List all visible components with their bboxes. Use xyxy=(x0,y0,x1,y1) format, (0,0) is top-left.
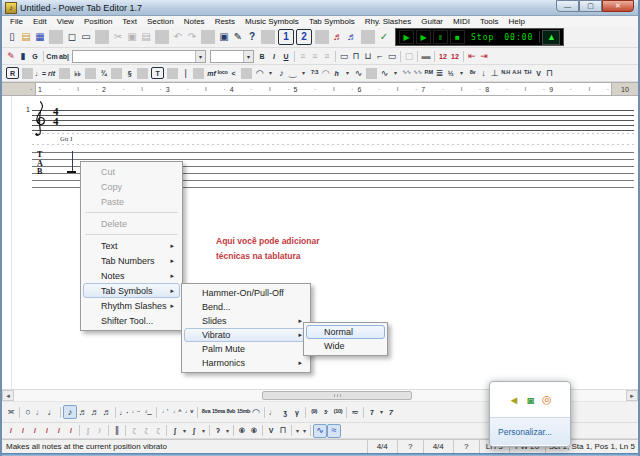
align-center-button[interactable]: ≡ xyxy=(309,50,321,62)
slash-rest-eighth-button[interactable]: ζ xyxy=(140,425,152,437)
menubar-item[interactable]: Notes xyxy=(179,17,210,26)
maximize-button[interactable]: ▢ xyxy=(579,0,602,12)
dynamic-button[interactable]: mf xyxy=(206,67,217,79)
vibrato-wide-button[interactable]: ≈ xyxy=(327,424,341,438)
menubar-item[interactable]: File xyxy=(5,17,28,26)
trill-line-button[interactable]: ≂ xyxy=(349,406,361,418)
tie-note-button[interactable]: ♪‿ xyxy=(142,406,154,418)
slash-rest-quarter-button[interactable]: ζ xyxy=(128,425,140,437)
pickstroke-down-button[interactable]: ↓ xyxy=(478,67,489,79)
slash-thirty-second-button[interactable]: / xyxy=(65,425,77,437)
arc-button[interactable]: ◠ xyxy=(320,67,331,79)
octave-15mb-button[interactable]: 15mb xyxy=(237,406,250,418)
heavy-accent-button[interactable]: ♩v xyxy=(183,406,195,418)
artificial-harmonic-button[interactable]: A.H xyxy=(511,67,522,79)
underline-button[interactable]: U xyxy=(280,50,292,62)
fretboard-bottom-button[interactable]: ⊔ xyxy=(362,50,374,62)
vibrato-normal-button[interactable]: ∿ xyxy=(313,424,327,438)
pause-button[interactable]: ‖ xyxy=(433,30,448,44)
frame-button[interactable]: ▢ xyxy=(403,50,415,62)
rest-italic-button[interactable]: 7 xyxy=(385,406,397,418)
quarter-rest-button[interactable]: ʒ xyxy=(279,406,291,418)
pickup-notes-button[interactable]: ♩ xyxy=(267,406,279,418)
help-button[interactable]: ? xyxy=(245,30,259,44)
menubar-item[interactable]: Text xyxy=(117,17,142,26)
submenu-item-bend[interactable]: Bend... xyxy=(184,300,308,314)
submenu-item-vibrato[interactable]: Vibrato ▸ xyxy=(184,328,308,342)
cut-button[interactable]: ✂ xyxy=(111,30,125,44)
bend-button[interactable]: ½ xyxy=(445,67,456,79)
tab-number-up-button[interactable]: 12 xyxy=(437,50,449,62)
slash-sixteenth-button[interactable]: / xyxy=(53,425,65,437)
octave-button[interactable]: 8v xyxy=(467,67,478,79)
slash-rest-sixteenth-button[interactable]: ζ xyxy=(152,425,164,437)
vibrato-menu-item-normal[interactable]: Normal xyxy=(306,325,385,339)
tie-dropdown[interactable]: ▾ xyxy=(265,67,276,79)
fretboard-low-button[interactable]: ▭ xyxy=(386,50,398,62)
menu-item-text[interactable]: Text ▸ xyxy=(83,238,180,253)
chord-note-button[interactable]: ⑥ xyxy=(248,425,260,437)
vibrato-menu-item-wide[interactable]: Wide xyxy=(306,339,385,353)
menu-item-tab-numbers[interactable]: Tab Numbers ▸ xyxy=(83,253,180,268)
alteration-of-pace-button[interactable]: rit xyxy=(46,67,57,79)
dotted-note-button[interactable]: ♩· xyxy=(118,406,130,418)
quarter-note-button[interactable]: ♩ xyxy=(46,406,58,418)
slash-upstroke-button[interactable]: V xyxy=(265,425,277,437)
score-view-button[interactable]: 1 xyxy=(278,29,294,45)
slash-half-button[interactable]: / xyxy=(17,425,29,437)
direction-button[interactable]: § xyxy=(124,67,135,79)
print-button[interactable]: ▭ xyxy=(79,30,93,44)
chord-dictionary-button[interactable]: ▮ xyxy=(17,50,29,62)
save-button[interactable]: ▦ xyxy=(33,30,47,44)
slur-button[interactable]: ‿ xyxy=(287,67,298,79)
wide-vibrato-button[interactable]: ∿∿ xyxy=(401,67,412,79)
vibrato-button[interactable]: ∿ xyxy=(353,67,364,79)
fretboard-full-button[interactable]: ▭ xyxy=(338,50,350,62)
menubar-item[interactable]: Tools xyxy=(475,17,504,26)
dotted-rest-button[interactable]: ʒ· xyxy=(320,406,332,418)
fermata-button[interactable]: ◠ xyxy=(250,406,262,418)
hammer-on-dropdown[interactable]: ▾ xyxy=(342,67,353,79)
copy-button[interactable]: ▣ xyxy=(125,30,139,44)
volume-swell-button[interactable]: loco xyxy=(217,67,228,79)
octave-8vb-button[interactable]: 8vb xyxy=(225,406,237,418)
minimize-button[interactable]: — xyxy=(556,0,579,12)
redo-button[interactable]: ↷ xyxy=(185,30,199,44)
menubar-item[interactable]: View xyxy=(52,17,79,26)
submenu-item-harmonics[interactable]: Harmonics ▸ xyxy=(184,356,308,370)
align-left-button[interactable]: ≡ xyxy=(297,50,309,62)
guitar-in-button[interactable]: ✎ xyxy=(5,50,17,62)
key-signature-button[interactable]: ♭♭ xyxy=(72,67,83,79)
eighth-note-button[interactable]: ♪ xyxy=(63,405,77,419)
multibar-rest-count-button[interactable]: (10) xyxy=(332,406,344,418)
palm-mute-button[interactable]: P.M xyxy=(423,67,434,79)
slash-eighth-button[interactable]: / xyxy=(41,425,53,437)
octave-15ma-button[interactable]: 15ma xyxy=(212,406,225,418)
menubar-item[interactable]: Tab Symbols xyxy=(304,17,360,26)
submenu-item-slides[interactable]: Slides ▸ xyxy=(184,314,308,328)
slash-articulation-button[interactable]: ʔ xyxy=(212,425,224,437)
performance-notes-button[interactable]: ✎ xyxy=(231,30,245,44)
menu-item-rhythm-slashes[interactable]: Rhythm Slashes ▸ xyxy=(83,298,180,313)
submenu-item-hammer-on-pull-off[interactable]: Hammer-On/Pull-Off xyxy=(184,286,308,300)
slash-tie-button[interactable]: ∥ xyxy=(111,425,123,437)
menubar-item[interactable]: Section xyxy=(142,17,179,26)
play-from-position-button[interactable]: ▶ xyxy=(416,30,431,44)
staccato-button[interactable]: ♩' xyxy=(159,406,171,418)
fretboard-top-button[interactable]: ⊓ xyxy=(350,50,362,62)
tab-view-button[interactable]: 2 xyxy=(296,29,312,45)
slash-quarter-button[interactable]: / xyxy=(29,425,41,437)
open-button[interactable]: ▤ xyxy=(19,30,33,44)
slash-whole-button[interactable]: / xyxy=(5,425,17,437)
menubar-item[interactable]: Edit xyxy=(28,17,52,26)
stop-button[interactable]: ■ xyxy=(450,30,465,44)
font-size-combo[interactable]: ▾ xyxy=(210,50,254,63)
multibar-rest-symbol-button[interactable]: ≍ xyxy=(5,406,17,418)
vibrato-dropdown[interactable]: ▾ xyxy=(390,67,401,79)
menu-item-notes[interactable]: Notes ▸ xyxy=(83,268,180,283)
shift-string-down-button[interactable]: ⇥ xyxy=(478,50,490,62)
grace-note-button[interactable]: ♪ xyxy=(276,67,287,79)
score-polisher-button[interactable]: ✓ xyxy=(377,30,391,44)
floating-text-button[interactable]: ab| xyxy=(58,50,70,62)
menubar-item[interactable]: Guitar xyxy=(416,17,448,26)
